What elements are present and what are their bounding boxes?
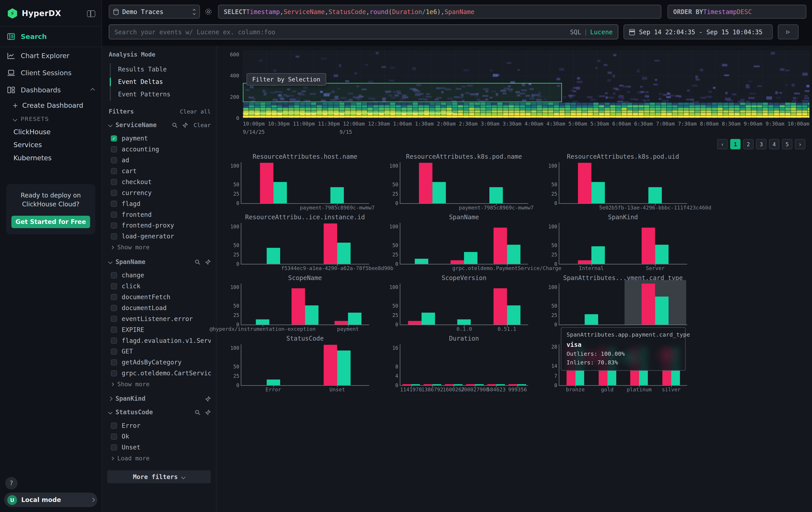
inlier-bar[interactable] <box>267 380 280 385</box>
outlier-bar[interactable] <box>487 384 496 385</box>
filter-group-header-spankind[interactable]: SpanKind <box>109 395 211 402</box>
outlier-bar[interactable] <box>408 321 422 325</box>
outlier-bar[interactable] <box>324 345 337 385</box>
filter-option-documentload[interactable]: documentLoad <box>109 302 211 313</box>
analysis-mode-event-patterns[interactable]: Event Patterns <box>111 88 211 101</box>
page-button-5[interactable]: 5 <box>782 139 792 150</box>
inlier-bar[interactable] <box>648 187 662 203</box>
filter-group-header-servicename[interactable]: ServiceNameClear <box>109 121 211 129</box>
inlier-bar[interactable] <box>267 248 280 264</box>
inlier-bar[interactable] <box>305 305 319 325</box>
local-mode-button[interactable]: U Local mode <box>4 493 97 507</box>
more-filters-button[interactable]: More filters <box>107 470 211 483</box>
presets-toggle[interactable]: PRESETS <box>0 112 102 125</box>
inlier-bar[interactable] <box>432 384 441 385</box>
checkbox[interactable] <box>111 157 117 163</box>
filter-option-ad[interactable]: ad <box>109 155 211 165</box>
filter-option-documentfetch[interactable]: documentFetch <box>109 291 211 302</box>
outlier-bar[interactable] <box>292 288 305 325</box>
outlier-bar[interactable] <box>324 224 337 264</box>
filter-option-load-generator[interactable]: load-generator <box>109 231 211 242</box>
filter-option-currency[interactable]: currency <box>109 187 211 198</box>
analysis-mode-results-table[interactable]: Results Table <box>111 63 211 76</box>
checkbox[interactable] <box>111 444 117 450</box>
outlier-bar[interactable] <box>335 321 348 325</box>
inlier-bar[interactable] <box>655 297 669 325</box>
filter-option-ok[interactable]: Ok <box>109 431 211 442</box>
outlier-bar[interactable] <box>642 284 655 325</box>
lang-toggle-sql[interactable]: SQL <box>570 28 581 36</box>
filter-option-cart[interactable]: cart <box>109 165 211 176</box>
page-button-1[interactable]: 1 <box>730 139 741 150</box>
filter-option-expire[interactable]: EXPIRE <box>109 324 211 335</box>
outlier-bar[interactable] <box>466 384 475 385</box>
outlier-bar[interactable] <box>445 384 454 385</box>
preset-kubernetes[interactable]: Kubernetes <box>0 152 102 164</box>
checkbox[interactable] <box>111 422 117 429</box>
inlier-bar[interactable] <box>348 313 361 325</box>
run-query-button[interactable]: ▷ <box>778 24 799 39</box>
inlier-bar[interactable] <box>256 319 269 325</box>
clear-filter-button[interactable]: Clear <box>194 122 211 128</box>
outlier-bar[interactable] <box>424 384 432 385</box>
checkbox[interactable] <box>111 348 117 354</box>
pin-icon[interactable] <box>205 409 211 415</box>
heatmap-plot[interactable]: Filter by Selection <box>243 50 809 118</box>
inlier-bar[interactable] <box>458 319 471 325</box>
filter-option-checkout[interactable]: checkout <box>109 176 211 187</box>
page-button-4[interactable]: 4 <box>769 139 780 150</box>
filter-option-frontend[interactable]: frontend <box>109 209 211 220</box>
inlier-bar[interactable] <box>584 314 598 325</box>
inlier-bar[interactable] <box>496 384 505 385</box>
inlier-bar[interactable] <box>411 384 420 385</box>
search-icon[interactable] <box>172 122 178 128</box>
sidebar-item-search[interactable]: Search <box>0 26 102 47</box>
outlier-bar[interactable] <box>493 228 507 264</box>
checkbox[interactable] <box>111 168 117 174</box>
inlier-bar[interactable] <box>518 384 526 385</box>
checkbox[interactable] <box>111 146 117 152</box>
filter-by-selection-button[interactable]: Filter by Selection <box>246 73 326 85</box>
checkbox[interactable] <box>111 304 117 311</box>
show-more-link[interactable]: Show more <box>109 242 211 252</box>
page-button-3[interactable]: 3 <box>756 139 766 150</box>
filter-option-flagd-evaluation-v1-serv-[interactable]: flagd.evaluation.v1.Serv… <box>109 335 211 346</box>
filter-option-accounting[interactable]: accounting <box>109 143 211 155</box>
outlier-bar[interactable] <box>451 260 464 264</box>
show-more-link[interactable]: Show more <box>109 378 211 389</box>
filter-option-payment[interactable]: ✓payment <box>109 133 211 143</box>
inlier-bar[interactable] <box>273 182 287 203</box>
inlier-bar[interactable] <box>591 246 605 264</box>
inlier-bar[interactable] <box>337 351 351 385</box>
lang-toggle-lucene[interactable]: Lucene <box>590 28 613 36</box>
checkbox[interactable] <box>111 189 117 196</box>
outlier-bar[interactable] <box>578 163 591 203</box>
inlier-bar[interactable] <box>507 305 521 325</box>
filter-option-frontend-proxy[interactable]: frontend-proxy <box>109 220 211 231</box>
filter-option-get[interactable]: GET <box>109 346 211 357</box>
page-next-button[interactable]: › <box>795 139 805 150</box>
page-prev-button[interactable]: ‹ <box>717 139 728 150</box>
checkbox[interactable] <box>111 433 117 439</box>
load-more-link[interactable]: Load more <box>109 453 211 463</box>
search-icon[interactable] <box>195 409 201 415</box>
filter-option-flagd[interactable]: flagd <box>109 198 211 209</box>
inlier-bar[interactable] <box>337 243 351 264</box>
inlier-bar[interactable] <box>591 182 605 203</box>
outlier-bar[interactable] <box>402 384 411 385</box>
filter-option-change[interactable]: change <box>109 270 211 280</box>
checkbox[interactable] <box>111 326 117 332</box>
outlier-bar[interactable] <box>419 163 432 203</box>
inlier-bar[interactable] <box>330 187 344 203</box>
outlier-bar[interactable] <box>642 228 655 264</box>
filter-option-error[interactable]: Error <box>109 420 211 431</box>
inlier-bar[interactable] <box>475 384 484 385</box>
checkbox[interactable] <box>111 316 117 322</box>
checkbox[interactable] <box>111 272 117 278</box>
checkbox[interactable] <box>111 222 117 228</box>
inlier-bar[interactable] <box>454 384 462 385</box>
data-source-select[interactable]: Demo Traces <box>109 5 200 19</box>
checkbox[interactable] <box>111 359 117 365</box>
checkbox[interactable] <box>111 370 117 376</box>
checkbox[interactable] <box>111 211 117 217</box>
